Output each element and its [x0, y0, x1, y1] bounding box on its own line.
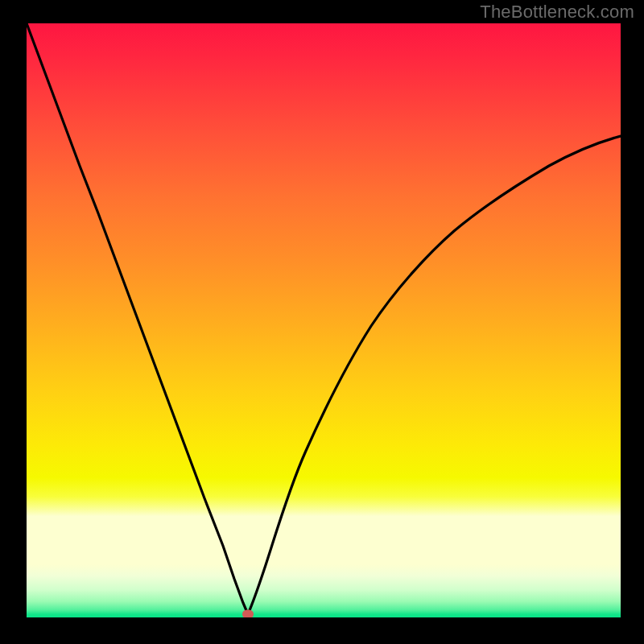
curve-right-branch: [248, 136, 621, 614]
bottleneck-curve: [27, 23, 621, 617]
watermark-text: TheBottleneck.com: [480, 2, 634, 23]
plot-area: [27, 23, 621, 617]
chart-frame: TheBottleneck.com: [0, 0, 644, 644]
curve-left-branch: [27, 23, 248, 614]
optimum-marker: [242, 610, 254, 618]
